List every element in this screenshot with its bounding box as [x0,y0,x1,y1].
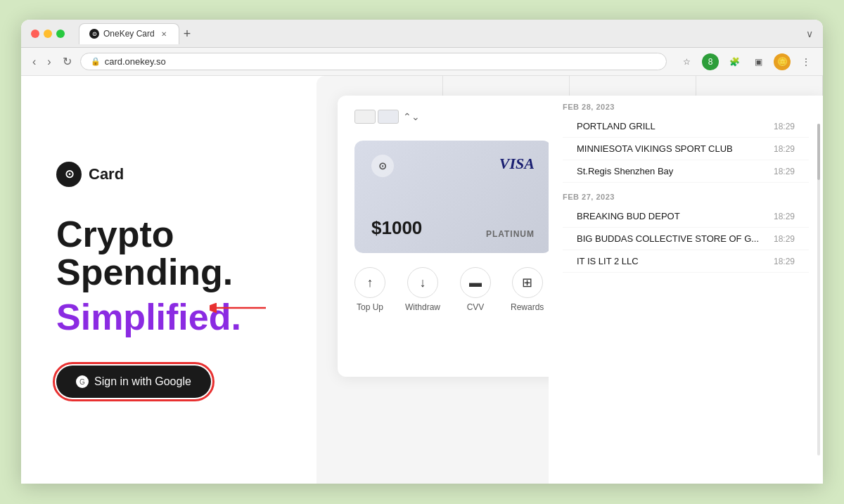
back-button[interactable]: ‹ [30,54,39,70]
sign-in-label: Sign in with Google [94,375,191,388]
card-type: PLATINUM [486,229,535,239]
brand-logo: ⊙ [56,162,82,187]
tab-favicon: ⊙ [89,29,99,39]
transaction-date: FEB 28, 2023 [563,103,809,111]
headline-line1: Crypto Spending. [56,215,281,292]
address-input[interactable]: 🔒 card.onekey.so [80,53,667,70]
scrollbar[interactable] [817,124,820,455]
card-bottom: $1000 PLATINUM [371,217,535,239]
cvv-label: CVV [467,302,485,312]
puzzle-icon[interactable]: 🧩 [726,53,743,70]
tab-close-button[interactable]: ✕ [159,29,169,39]
brand-logo-icon: ⊙ [65,167,74,181]
card-brand-logo: ⊙ [371,155,394,177]
transactions-panel: FEB 28, 2023PORTLAND GRILL18:29MINNIESOT… [549,96,823,484]
active-tab[interactable]: ⊙ OneKey Card ✕ [79,23,179,44]
transaction-date: FEB 27, 2023 [563,193,809,201]
table-row[interactable]: BIG BUDDAS COLLECTIVE STORE OF G...18:29 [563,228,809,250]
close-button[interactable] [31,30,39,38]
menu-icon[interactable]: ⋮ [798,53,814,70]
transaction-name: St.Regis Shenzhen Bay [577,166,673,176]
rewards-button[interactable]: ⊞ Rewards [511,267,544,312]
withdraw-button[interactable]: ↓ Withdraw [405,267,440,312]
table-row[interactable]: St.Regis Shenzhen Bay18:29 [563,160,809,183]
reload-button[interactable]: ↻ [60,53,75,70]
tab-title: OneKey Card [103,29,155,39]
extension-icon-2[interactable]: 🪙 [774,53,791,70]
arrow-indicator [210,294,273,325]
transaction-date-group: FEB 28, 2023PORTLAND GRILL18:29MINNIESOT… [549,96,823,186]
transaction-time: 18:29 [774,144,795,154]
minimize-button[interactable] [44,30,52,38]
traffic-lights [31,30,65,38]
brand-name: Card [89,165,124,183]
browser-toolbar: ☆ 8 🧩 ▣ 🪙 ⋮ [678,53,814,70]
brand: ⊙ Card [56,162,281,187]
withdraw-icon: ↓ [407,267,438,298]
withdraw-label: Withdraw [405,302,440,312]
transactions-container: FEB 28, 2023PORTLAND GRILL18:29MINNIESOT… [549,96,823,276]
sidebar-icon[interactable]: ▣ [750,53,767,70]
svg-text:G: G [79,378,85,386]
table-row[interactable]: BREAKING BUD DEPOT18:29 [563,205,809,228]
title-bar: ⊙ OneKey Card ✕ + ∨ [21,20,823,48]
browser-window: ⊙ OneKey Card ✕ + ∨ ‹ › ↻ 🔒 card.onekey.… [21,20,823,484]
top-up-button[interactable]: ↑ Top Up [354,267,385,312]
cvv-icon: ▬ [460,267,491,298]
sign-in-button[interactable]: G Sign in with Google [56,366,211,398]
google-icon: G [76,375,89,388]
card-top: ⊙ VISA [371,155,535,177]
mini-card-1 [354,110,376,124]
transaction-name: BREAKING BUD DEPOT [577,211,680,221]
tab-bar: ⊙ OneKey Card ✕ + ∨ [79,23,813,44]
transaction-time: 18:29 [774,167,795,176]
transaction-name: MINNIESOTA VIKINGS SPORT CLUB [577,143,733,154]
table-row[interactable]: PORTLAND GRILL18:29 [563,115,809,138]
address-bar: ‹ › ↻ 🔒 card.onekey.so ☆ 8 🧩 ▣ 🪙 ⋮ [21,48,823,76]
visa-logo: VISA [499,155,535,173]
transaction-time: 18:29 [774,122,795,131]
selector-chevron-icon[interactable]: ⌃⌄ [403,111,420,122]
tab-right-controls: ∨ [806,28,813,39]
new-tab-button[interactable]: + [184,27,191,40]
transaction-name: IT IS LIT 2 LLC [577,256,639,266]
left-panel: ⊙ Card Crypto Spending. Simplified. G Si… [21,76,316,484]
forward-button[interactable]: › [44,54,53,70]
top-up-label: Top Up [357,302,383,312]
top-up-icon: ↑ [354,267,385,298]
maximize-button[interactable] [56,30,65,38]
mini-card-visa [378,110,399,124]
lock-icon: 🔒 [91,57,101,66]
transaction-time: 18:29 [774,234,795,244]
cvv-button[interactable]: ▬ CVV [460,267,491,312]
arrow-svg [210,294,273,322]
url-text: card.onekey.so [105,56,166,67]
transaction-name: PORTLAND GRILL [577,121,656,131]
rewards-icon: ⊞ [512,267,543,298]
rewards-label: Rewards [511,302,544,312]
transaction-date-group: FEB 27, 2023BREAKING BUD DEPOT18:29BIG B… [549,186,823,276]
transaction-groups: FEB 28, 2023PORTLAND GRILL18:29MINNIESOT… [549,96,823,276]
bookmark-icon[interactable]: ☆ [678,53,695,70]
transaction-time: 18:29 [774,212,795,221]
card-balance: $1000 [371,217,422,239]
right-panel: ⌃⌄ ⊙ VISA $1000 PLATINUM ↑ [316,76,823,484]
visa-card: ⊙ VISA $1000 PLATINUM [354,141,551,253]
transaction-time: 18:29 [774,257,795,266]
extension-icon-1[interactable]: 8 [702,53,719,70]
page-content: ⊙ Card Crypto Spending. Simplified. G Si… [21,76,823,484]
scrollbar-thumb[interactable] [817,124,820,180]
transaction-name: BIG BUDDAS COLLECTIVE STORE OF G... [577,233,759,244]
table-row[interactable]: IT IS LIT 2 LLC18:29 [563,250,809,273]
card-selector-mini [354,110,399,124]
table-row[interactable]: MINNIESOTA VIKINGS SPORT CLUB18:29 [563,138,809,160]
